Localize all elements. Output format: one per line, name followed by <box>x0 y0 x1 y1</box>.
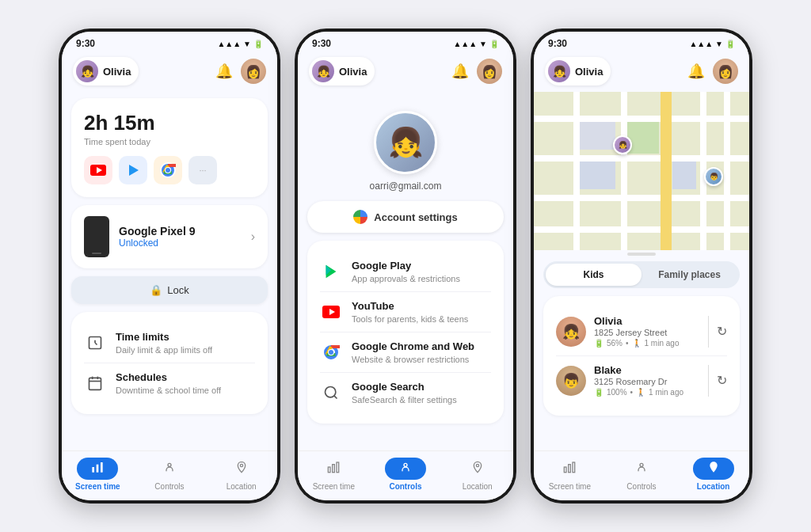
svg-point-17 <box>168 463 171 466</box>
phone-1: 9:30 ▲▲▲ ▼ 🔋 👧 Olivia 🔔 👩 <box>59 28 280 504</box>
device-card[interactable]: Google Pixel 9 Unlocked › <box>71 205 268 268</box>
time-limits-text: Time limits Daily limit & app limits off <box>116 331 255 355</box>
map-road-h2 <box>534 155 749 162</box>
olivia-battery: 56% <box>607 339 623 348</box>
nav-controls-1[interactable]: Controls <box>146 458 193 491</box>
schedules-icon <box>84 372 106 394</box>
avatar-2: 👧 <box>312 60 334 82</box>
time-sub: Time spent today <box>84 137 255 146</box>
controls-nav-icon-3 <box>635 461 648 477</box>
olivia-name: Olivia <box>594 315 700 327</box>
bottom-nav-1: Screen time Controls <box>62 450 277 500</box>
screen-time-nav-icon-2 <box>327 461 340 477</box>
schedules-title: Schedules <box>116 371 255 385</box>
map-road-yellow <box>661 92 672 250</box>
map-building-1 <box>580 162 615 189</box>
bell-icon-2[interactable]: 🔔 <box>451 63 469 80</box>
svg-point-6 <box>166 168 170 173</box>
svg-rect-14 <box>93 467 95 473</box>
nav-location-label-1: Location <box>227 482 257 491</box>
refresh-icon-blake[interactable]: ↻ <box>717 373 727 388</box>
user-chip-1[interactable]: 👧 Olivia <box>73 57 139 86</box>
nav-location-1[interactable]: Location <box>218 458 265 491</box>
blake-battery: 100% <box>607 388 627 397</box>
screen-time-nav-icon-3 <box>563 461 576 477</box>
svg-rect-35 <box>569 465 571 473</box>
nav-location-icon-wrap-2 <box>457 458 498 480</box>
svg-rect-16 <box>101 462 103 473</box>
signal-icon-1: ▲▲▲ <box>217 40 241 48</box>
parent-avatar-2[interactable]: 👩 <box>477 59 502 84</box>
svg-point-32 <box>404 463 407 466</box>
nav-screen-time-icon-wrap-3 <box>549 458 590 480</box>
family-places-tab[interactable]: Family places <box>642 264 737 286</box>
account-settings-button[interactable]: Account settings <box>307 201 504 233</box>
blake-location-item[interactable]: 👦 Blake 3125 Rosemary Dr 🔋 100% • 🚶 1 mi… <box>556 356 727 405</box>
nav-screen-time-icon-wrap-2 <box>313 458 354 480</box>
refresh-icon-olivia[interactable]: ↻ <box>717 324 727 339</box>
youtube-item[interactable]: YouTube Tools for parents, kids & teens <box>320 292 491 332</box>
svg-line-28 <box>334 396 337 399</box>
user-chip-3[interactable]: 👧 Olivia <box>545 57 611 86</box>
nav-controls-3[interactable]: Controls <box>618 458 665 491</box>
svg-point-37 <box>640 463 643 466</box>
bell-icon-1[interactable]: 🔔 <box>215 63 233 80</box>
bottom-nav-3: Screen time Controls <box>534 450 749 500</box>
user-name-1: Olivia <box>103 66 131 78</box>
loc-divider-olivia <box>708 316 709 348</box>
nav-controls-icon-wrap-1 <box>149 458 190 480</box>
bell-icon-3[interactable]: 🔔 <box>687 63 705 80</box>
status-icons-3: ▲▲▲ ▼ 🔋 <box>689 40 735 48</box>
top-bar-3: 👧 Olivia 🔔 👩 <box>534 52 749 92</box>
status-icons-1: ▲▲▲ ▼ 🔋 <box>217 40 263 48</box>
nav-screen-time-label-1: Screen time <box>75 482 120 491</box>
olivia-time: 1 min ago <box>645 339 680 348</box>
more-apps[interactable]: ··· <box>188 156 217 184</box>
chevron-icon: › <box>251 230 255 244</box>
dot-sep-blake: • <box>630 388 634 397</box>
location-nav-icon-2 <box>471 461 484 477</box>
account-settings-label: Account settings <box>374 211 457 223</box>
map-road-h1 <box>534 116 749 122</box>
nav-screen-time-3[interactable]: Screen time <box>546 458 593 491</box>
blake-address: 3125 Rosemary Dr <box>594 377 700 386</box>
lock-label: Lock <box>167 284 188 296</box>
top-bar-icons-3: 🔔 👩 <box>687 59 738 84</box>
location-nav-icon-1 <box>235 461 248 477</box>
nav-screen-time-2[interactable]: Screen time <box>310 458 357 491</box>
nav-screen-time-1[interactable]: Screen time <box>74 458 121 491</box>
youtube-app-icon[interactable] <box>84 156 112 184</box>
schedules-item[interactable]: Schedules Downtime & school time off <box>84 363 255 403</box>
nav-location-2[interactable]: Location <box>454 458 501 491</box>
lock-button[interactable]: 🔒 Lock <box>71 276 268 304</box>
user-chip-2[interactable]: 👧 Olivia <box>309 57 375 86</box>
svg-rect-15 <box>97 465 99 473</box>
blake-time: 1 min ago <box>649 388 683 397</box>
google-play-item[interactable]: Google Play App approvals & restrictions <box>320 252 491 292</box>
map-area: 👧 👦 <box>534 92 749 250</box>
nav-controls-label-1: Controls <box>154 482 184 491</box>
search-item[interactable]: Google Search SafeSearch & filter settin… <box>320 373 491 412</box>
play-app-icon[interactable] <box>119 156 147 184</box>
nav-location-3[interactable]: Location <box>690 458 737 491</box>
phone-2: 9:30 ▲▲▲ ▼ 🔋 👧 Olivia 🔔 👩 <box>295 28 516 504</box>
svg-rect-30 <box>333 465 335 473</box>
svg-point-26 <box>329 350 333 355</box>
chrome-item[interactable]: Google Chrome and Web Website & browser … <box>320 332 491 373</box>
olivia-location-item[interactable]: 👧 Olivia 1825 Jersey Street 🔋 56% • 🚶 1 … <box>556 307 727 356</box>
nav-controls-2[interactable]: Controls <box>382 458 429 491</box>
chrome-app-icon[interactable] <box>154 156 182 184</box>
youtube-text: YouTube Tools for parents, kids & teens <box>352 300 491 324</box>
parent-avatar-3[interactable]: 👩 <box>713 59 738 84</box>
avatar-1: 👧 <box>76 60 98 82</box>
parent-avatar-1[interactable]: 👩 <box>241 59 266 84</box>
google-play-icon <box>320 260 342 283</box>
status-bar-2: 9:30 ▲▲▲ ▼ 🔋 <box>298 32 513 52</box>
nav-screen-time-icon-wrap-1 <box>77 458 118 480</box>
time-limits-item[interactable]: Time limits Daily limit & app limits off <box>84 323 255 363</box>
lock-icon: 🔒 <box>150 284 162 296</box>
segment-control: Kids Family places <box>543 261 740 288</box>
kids-tab[interactable]: Kids <box>546 264 642 286</box>
screen-time-card: 2h 15m Time spent today <box>71 98 268 197</box>
svg-rect-29 <box>329 467 331 473</box>
